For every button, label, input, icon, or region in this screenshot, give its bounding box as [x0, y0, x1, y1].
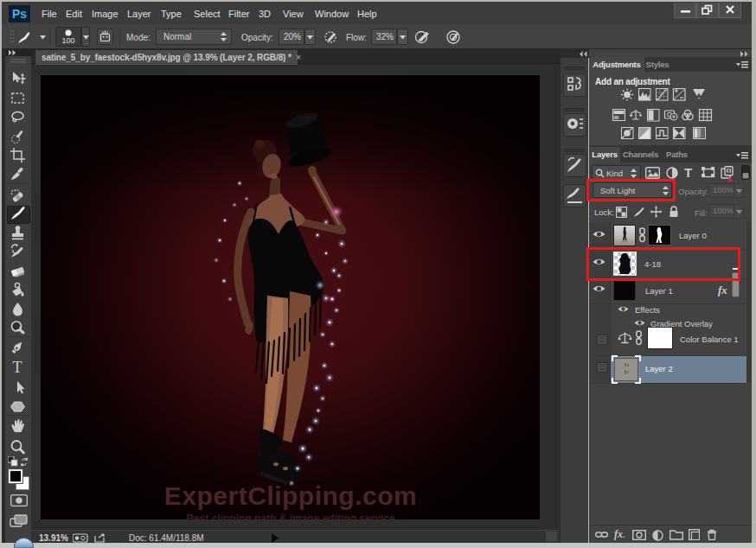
svg-text:T: T — [684, 166, 692, 179]
svg-text:T: T — [13, 359, 22, 376]
svg-text:ExpertClipping.com: ExpertClipping.com — [164, 481, 417, 510]
svg-text:Best clipping path & image edi: Best clipping path & image editing servi… — [186, 513, 395, 519]
